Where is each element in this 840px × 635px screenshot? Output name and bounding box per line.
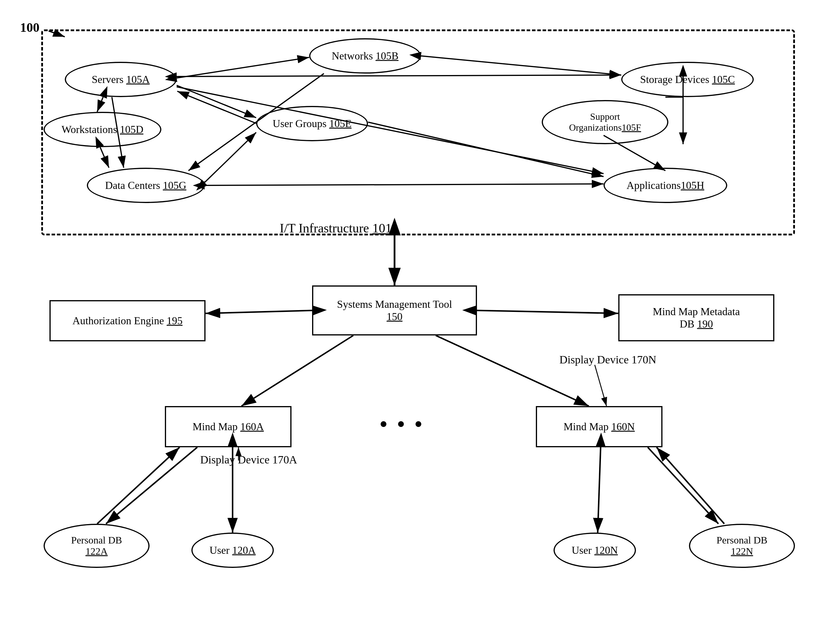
support-orgs-node: SupportOrganizations105F: [542, 100, 668, 144]
it-infra-label: I/T Infrastructure 101: [280, 221, 392, 236]
svg-line-24: [106, 447, 197, 524]
mind-map-160n-node: Mind Map 160N: [536, 406, 662, 447]
svg-line-22: [242, 336, 353, 406]
auth-engine-node: Authorization Engine 195: [49, 300, 205, 341]
svg-line-23: [436, 336, 589, 406]
user-groups-node: User Groups 105E: [256, 106, 368, 141]
svg-line-29: [657, 447, 724, 524]
svg-line-28: [648, 447, 718, 524]
mind-map-160a-node: Mind Map 160A: [165, 406, 292, 447]
svg-line-30: [595, 365, 606, 406]
data-centers-node: Data Centers 105G: [87, 168, 205, 203]
display-device-170a-label: Display Device 170A: [200, 453, 297, 466]
storage-node: Storage Devices 105C: [621, 62, 754, 97]
display-device-170n-label: Display Device 170N: [559, 353, 656, 366]
user-120a-node: User 120A: [191, 533, 274, 568]
user-120n-node: User 120N: [554, 533, 636, 568]
ellipsis-dots: • • •: [380, 412, 425, 436]
svg-line-21: [477, 310, 618, 314]
networks-node: Networks 105B: [309, 38, 421, 74]
servers-node: Servers 105A: [65, 62, 177, 97]
reference-label-100: 100: [20, 20, 39, 35]
applications-node: Applications105H: [603, 168, 727, 203]
svg-line-27: [598, 447, 601, 533]
workstations-node: Workstations 105D: [44, 112, 161, 147]
smt-node: Systems Management Tool150: [312, 285, 477, 336]
mind-map-db-node: Mind Map MetadataDB 190: [618, 294, 774, 341]
svg-line-25: [97, 447, 180, 524]
svg-line-20: [205, 310, 312, 314]
diagram: 100 Networks 105B Servers 105A Storage D…: [0, 0, 840, 635]
personal-db-122n-node: Personal DB122N: [689, 524, 795, 568]
personal-db-122a-node: Personal DB122A: [44, 524, 150, 568]
